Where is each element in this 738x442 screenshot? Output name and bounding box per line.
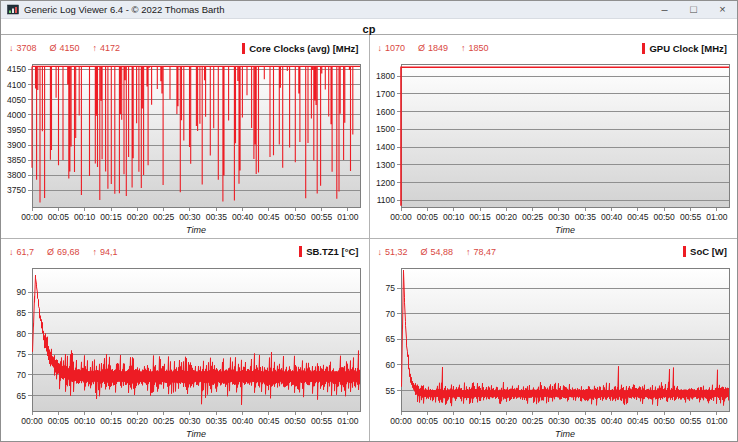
chart-panel-gpu-clock: ↓1070 Ø1849 ↑1850 GPU Clock [MHz] 110012… [370,35,738,238]
svg-text:00:50: 00:50 [653,416,675,426]
svg-text:00:20: 00:20 [495,212,517,222]
stat-max-value: 78,47 [474,247,497,257]
gpu-clock-plot[interactable]: 1100120013001400150016001700180000:0000:… [370,61,738,237]
svg-text:00:20: 00:20 [495,416,517,426]
svg-text:00:55: 00:55 [311,416,333,426]
stat-max-value: 1850 [469,43,489,53]
svg-text:3800: 3800 [7,170,26,180]
svg-text:75: 75 [385,283,395,293]
svg-text:00:20: 00:20 [127,416,149,426]
svg-text:65: 65 [17,390,27,400]
avg-icon: Ø [47,247,54,257]
svg-text:55: 55 [385,385,395,395]
stat-min-value: 51,32 [385,247,408,257]
core-clocks-plot[interactable]: 37503800385039003950400040504100415000:0… [1,61,369,237]
window-title: Generic Log Viewer 6.4 - © 2022 Thomas B… [24,4,224,15]
svg-text:00:25: 00:25 [153,416,175,426]
svg-text:1600: 1600 [376,107,395,117]
svg-text:00:30: 00:30 [548,416,570,426]
legend-color-swatch [683,246,686,257]
legend-label: GPU Clock [MHz] [649,43,727,54]
svg-text:90: 90 [17,287,27,297]
stat-max: ↑78,47 [466,247,496,257]
svg-text:00:50: 00:50 [285,212,307,222]
legend-color-swatch [299,246,302,257]
svg-text:70: 70 [385,308,395,318]
app-window: Generic Log Viewer 6.4 - © 2022 Thomas B… [0,0,738,442]
stat-max: ↑1850 [461,43,489,53]
svg-text:00:40: 00:40 [232,212,254,222]
avg-icon: Ø [421,247,428,257]
stat-min-value: 1070 [385,43,405,53]
min-arrow-icon: ↓ [9,247,14,257]
svg-text:00:50: 00:50 [653,212,675,222]
chart-header: ↓51,32 Ø54,88 ↑78,47 SoC [W] [370,239,738,265]
svg-text:3850: 3850 [7,155,26,165]
svg-text:00:30: 00:30 [179,212,201,222]
svg-text:80: 80 [17,328,27,338]
stat-min: ↓1070 [378,43,406,53]
chart-panel-sb-tz1: ↓61,7 Ø69,68 ↑94,1 SB.TZ1 [°C] 657075808… [1,239,369,442]
svg-text:3750: 3750 [7,185,26,195]
svg-text:Time: Time [186,225,206,235]
svg-text:00:10: 00:10 [74,212,96,222]
chart-legend: Core Clocks (avg) [MHz] [242,43,358,54]
svg-text:00:25: 00:25 [153,212,175,222]
svg-text:4000: 4000 [7,110,26,120]
page-title: cp [363,23,376,35]
chart-header: ↓3708 Ø4150 ↑4172 Core Clocks (avg) [MHz… [1,35,369,61]
legend-label: SoC [W] [690,246,727,257]
svg-text:00:20: 00:20 [127,212,149,222]
chart-legend: SoC [W] [683,246,727,257]
maximize-button[interactable]: □ [679,1,708,19]
svg-text:1300: 1300 [376,160,395,170]
stat-max: ↑4172 [93,43,121,53]
min-arrow-icon: ↓ [378,247,383,257]
close-button[interactable]: × [708,1,737,19]
svg-text:00:10: 00:10 [442,416,464,426]
stat-min: ↓61,7 [9,247,34,257]
max-arrow-icon: ↑ [461,43,466,53]
soc-plot[interactable]: 556065707500:0000:0500:1000:1500:2000:25… [370,265,738,441]
svg-text:4150: 4150 [7,64,26,74]
max-arrow-icon: ↑ [93,247,98,257]
svg-text:1800: 1800 [376,71,395,81]
minimize-button[interactable]: – [650,1,679,19]
svg-text:00:30: 00:30 [179,416,201,426]
svg-text:00:55: 00:55 [679,212,701,222]
charts-grid: ↓3708 Ø4150 ↑4172 Core Clocks (avg) [MHz… [1,35,737,441]
svg-text:01:00: 01:00 [337,212,359,222]
svg-text:1500: 1500 [376,124,395,134]
svg-text:00:45: 00:45 [258,416,280,426]
stat-min: ↓3708 [9,43,37,53]
svg-text:00:45: 00:45 [258,212,280,222]
chart-panel-core-clocks: ↓3708 Ø4150 ↑4172 Core Clocks (avg) [MHz… [1,35,369,238]
chart-legend: SB.TZ1 [°C] [299,246,358,257]
svg-text:00:35: 00:35 [574,416,596,426]
svg-text:00:15: 00:15 [469,416,491,426]
stat-avg: Ø69,68 [47,247,80,257]
max-arrow-icon: ↑ [93,43,98,53]
svg-text:60: 60 [385,359,395,369]
svg-text:00:00: 00:00 [21,212,43,222]
avg-icon: Ø [418,43,425,53]
svg-text:Time: Time [186,429,206,439]
svg-text:00:05: 00:05 [416,416,438,426]
svg-text:00:25: 00:25 [521,416,543,426]
svg-text:00:05: 00:05 [48,416,70,426]
svg-text:3950: 3950 [7,125,26,135]
chart-header: ↓1070 Ø1849 ↑1850 GPU Clock [MHz] [370,35,738,61]
svg-text:Time: Time [555,429,575,439]
svg-text:00:40: 00:40 [600,416,622,426]
stat-avg-value: 4150 [60,43,80,53]
svg-text:3900: 3900 [7,140,26,150]
avg-icon: Ø [50,43,57,53]
chart-stats: ↓51,32 Ø54,88 ↑78,47 [378,247,497,257]
svg-text:00:25: 00:25 [521,212,543,222]
sb-tz1-plot[interactable]: 65707580859000:0000:0500:1000:1500:2000:… [1,265,369,441]
svg-text:00:00: 00:00 [390,212,412,222]
svg-text:00:00: 00:00 [390,416,412,426]
svg-text:00:40: 00:40 [232,416,254,426]
svg-text:4100: 4100 [7,80,26,90]
svg-text:01:00: 01:00 [706,416,728,426]
